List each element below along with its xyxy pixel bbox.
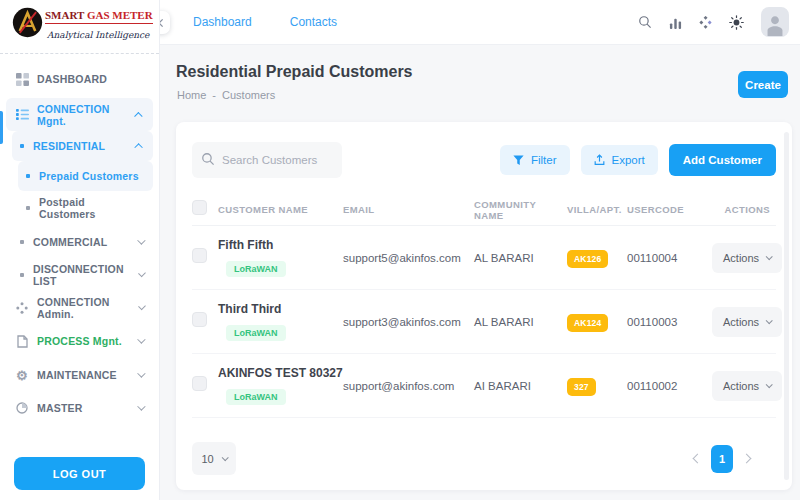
sidebar-item-dashboard[interactable]: DASHBOARD — [6, 64, 153, 94]
col-actions: ACTIONS — [712, 204, 776, 215]
chevron-down-icon — [137, 402, 145, 410]
brand-logo: SMART GAS METER Analytical Intelligence — [0, 0, 159, 54]
villa-badge: 327 — [567, 378, 596, 396]
document-icon — [14, 335, 30, 348]
bar-chart-icon[interactable] — [669, 16, 682, 29]
chevron-down-icon — [766, 317, 773, 324]
row-checkbox[interactable] — [192, 312, 207, 327]
add-customer-button[interactable]: Add Customer — [669, 144, 776, 176]
search-field-wrap — [192, 142, 342, 178]
row-actions-button[interactable]: Actions — [712, 243, 782, 273]
sidebar-item-residential[interactable]: RESIDENTIAL — [12, 131, 153, 161]
theme-sun-icon[interactable] — [729, 15, 744, 30]
search-icon[interactable] — [638, 15, 652, 29]
sidebar-item-disconnection-list[interactable]: DISCONNECTION LIST — [12, 260, 153, 290]
table-header-row: CUSTOMER NAME EMAIL COMMUNITY NAME VILLA… — [192, 194, 776, 226]
community-name: AI BARARI — [474, 380, 567, 392]
sphere-icon — [14, 402, 30, 414]
usercode: 00110004 — [627, 252, 712, 264]
brand-logo-icon — [12, 7, 43, 38]
community-name: AL BARARI — [474, 316, 567, 328]
scatter-dots-icon — [14, 302, 30, 314]
pagination: 1 — [694, 445, 776, 473]
customer-email: support3@akinfos.com — [343, 316, 474, 328]
sidebar-item-process-mgnt[interactable]: PROCESS Mgnt. — [6, 326, 153, 356]
sidebar-item-label: MAINTENANCE — [37, 369, 117, 381]
bullet-icon — [20, 144, 24, 148]
export-button[interactable]: Export — [581, 145, 658, 175]
lorawan-badge: LoRaWAN — [226, 325, 286, 341]
sidebar-item-label: DISCONNECTION LIST — [33, 263, 138, 287]
sidebar-item-maintenance[interactable]: ⚙ MAINTENANCE — [6, 360, 153, 390]
col-customer-name: CUSTOMER NAME — [218, 204, 343, 215]
chevron-down-icon — [137, 369, 145, 377]
breadcrumb-home[interactable]: Home — [177, 89, 206, 101]
col-email: EMAIL — [343, 204, 474, 215]
sidebar-item-connection-mgnt[interactable]: CONNECTION Mgnt. — [6, 98, 153, 131]
chevron-down-icon — [138, 270, 146, 278]
row-checkbox[interactable] — [192, 248, 207, 263]
bullet-icon — [20, 240, 24, 244]
next-page-icon[interactable] — [742, 454, 752, 464]
dashboard-grid-icon — [14, 73, 30, 86]
sidebar-item-master[interactable]: MASTER — [6, 393, 153, 423]
filter-button[interactable]: Filter — [500, 145, 570, 175]
row-checkbox[interactable] — [192, 376, 207, 391]
prev-page-icon[interactable] — [693, 454, 703, 464]
row-actions-button[interactable]: Actions — [712, 371, 782, 401]
topnav-link-contacts[interactable]: Contacts — [290, 15, 337, 29]
customers-card: Filter Export Add Customer CUSTOMER NAME… — [176, 122, 792, 490]
funnel-icon — [513, 155, 524, 166]
page-size-select[interactable]: 10 — [192, 442, 236, 475]
sidebar-item-label: CONNECTION Mgnt. — [37, 103, 137, 127]
breadcrumb: Home - Customers — [177, 89, 275, 101]
topbar-icons — [638, 7, 800, 37]
table-toolbar: Filter Export Add Customer — [192, 142, 776, 178]
row-actions-button[interactable]: Actions — [712, 307, 782, 337]
col-community-name: COMMUNITY NAME — [474, 199, 567, 221]
user-avatar[interactable] — [761, 7, 789, 37]
topnav: Dashboard Contacts — [193, 15, 337, 29]
bullet-icon — [26, 174, 30, 178]
table-row: AKINFOS TEST 80327 LoRaWAN support@akinf… — [192, 354, 776, 418]
col-villa-apt: VILLA/APT. — [567, 204, 627, 215]
gear-icon: ⚙ — [14, 369, 30, 382]
table-footer: 10 1 — [192, 442, 776, 475]
chevron-down-icon — [138, 303, 146, 311]
chevron-up-icon — [134, 143, 142, 151]
upload-icon — [594, 154, 605, 166]
customer-name: Third Third — [218, 302, 343, 316]
apps-dots-icon[interactable] — [699, 16, 712, 29]
select-all-checkbox[interactable] — [192, 200, 207, 215]
community-name: AL BARARI — [474, 252, 567, 264]
create-button[interactable]: Create — [738, 71, 788, 98]
chevron-down-icon — [766, 381, 773, 388]
topbar: Dashboard Contacts — [160, 0, 800, 45]
connection-list-icon — [14, 108, 30, 121]
active-indicator-bar — [0, 111, 3, 144]
topnav-link-dashboard[interactable]: Dashboard — [193, 15, 252, 29]
sidebar-item-prepaid-customers[interactable]: Prepaid Customers — [18, 161, 153, 191]
usercode: 00110003 — [627, 316, 712, 328]
sidebar-item-label: Prepaid Customers — [39, 170, 139, 182]
logout-button[interactable]: LOG OUT — [14, 457, 145, 490]
customer-name: Fifth Fifth — [218, 238, 343, 252]
villa-badge: AK126 — [567, 250, 608, 268]
sidebar-item-commercial[interactable]: COMMERCIAL — [12, 227, 153, 257]
card-scrollbar[interactable] — [784, 132, 789, 480]
main-content: Residential Prepaid Customers Home - Cus… — [160, 45, 800, 500]
usercode: 00110002 — [627, 380, 712, 392]
chevron-down-icon — [137, 236, 145, 244]
brand-tagline: Analytical Intelligence — [47, 30, 149, 40]
sidebar-item-label: Postpaid Customers — [39, 196, 143, 220]
chevron-down-icon — [221, 454, 228, 461]
lorawan-badge: LoRaWAN — [226, 261, 286, 277]
villa-badge: AK124 — [567, 314, 608, 332]
brand-name: SMART GAS METER — [45, 9, 153, 24]
sidebar-item-postpaid-customers[interactable]: Postpaid Customers — [18, 193, 153, 223]
bullet-icon — [26, 206, 30, 210]
current-page-button[interactable]: 1 — [711, 445, 733, 473]
sidebar-item-connection-admin[interactable]: CONNECTION Admin. — [6, 293, 153, 323]
col-usercode: USERCODE — [627, 204, 712, 215]
breadcrumb-separator: - — [212, 89, 216, 101]
